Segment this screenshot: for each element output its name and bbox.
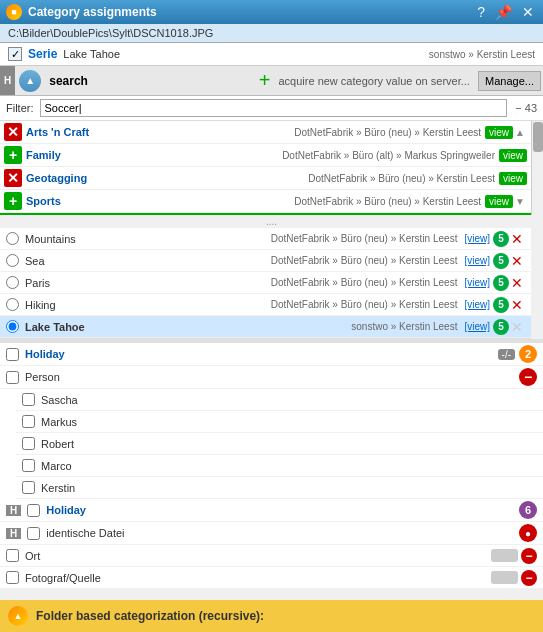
minus-badge-fotograf: − — [521, 570, 537, 586]
view-arts-button[interactable]: view — [485, 126, 513, 139]
radio-paris[interactable] — [6, 276, 19, 289]
pin-button[interactable]: 📌 — [492, 4, 515, 20]
manage-button[interactable]: Manage... — [478, 71, 541, 91]
filter-input[interactable] — [40, 99, 508, 117]
view-laketahoe-link[interactable]: [view] — [464, 321, 490, 332]
minus-badge-ort: − — [521, 548, 537, 564]
cat-name-geotagging: Geotagging — [26, 172, 87, 184]
check-fotograf[interactable] — [6, 571, 19, 584]
check-robert[interactable] — [22, 437, 35, 450]
check-holiday2[interactable] — [27, 504, 40, 517]
view-hiking-link[interactable]: [view] — [464, 299, 490, 310]
cat-path-family: DotNetFabrik » Büro (alt) » Markus Sprin… — [61, 150, 495, 161]
red-badge-identische: ● — [519, 524, 537, 542]
radio-row-hiking: Hiking DotNetFabrik » Büro (neu) » Kerst… — [0, 294, 531, 316]
gray-badge-fotograf — [491, 571, 518, 584]
radio-row-mountains: Mountains DotNetFabrik » Büro (neu) » Ke… — [0, 228, 531, 250]
radio-label-paris: Paris — [25, 277, 271, 289]
check-label-holiday1: Holiday — [25, 348, 498, 360]
view-mountains-link[interactable]: [view] — [464, 233, 490, 244]
check-section: Holiday -/- 2 Person − Sascha Markus Rob… — [0, 343, 543, 589]
num-badge-sea: 5 — [493, 253, 509, 269]
scroll-down-btn[interactable]: ▼ — [513, 196, 527, 207]
radio-sea[interactable] — [6, 254, 19, 267]
radio-row-laketahoe: Lake Tahoe sonstwo » Kerstin Leest [view… — [0, 316, 531, 338]
close-paris-button[interactable]: ✕ — [509, 275, 525, 291]
check-sascha[interactable] — [22, 393, 35, 406]
remove-arts-button[interactable]: ✕ — [4, 123, 22, 141]
path-bar: C:\Bilder\DoublePics\Sylt\DSCN1018.JPG — [0, 24, 543, 43]
add-family-button[interactable]: + — [4, 146, 22, 164]
category-list-area: ✕ Arts 'n Craft DotNetFabrik » Büro (neu… — [0, 121, 543, 215]
check-marco[interactable] — [22, 459, 35, 472]
close-button[interactable]: ✕ — [519, 4, 537, 20]
scroll-up-btn[interactable]: ▲ — [513, 127, 527, 138]
bottom-bar: ▲ Folder based categorization (recursive… — [0, 600, 543, 632]
num-badge-paris: 5 — [493, 275, 509, 291]
serie-label: Serie — [28, 47, 57, 61]
scroll-thumb[interactable] — [533, 122, 543, 152]
check-row-identische: H identische Datei ● — [0, 522, 543, 545]
check-label-fotograf: Fotograf/Quelle — [25, 572, 491, 584]
file-path: C:\Bilder\DoublePics\Sylt\DSCN1018.JPG — [8, 27, 213, 39]
view-sports-button[interactable]: view — [485, 195, 513, 208]
serie-right: sonstwo » Kerstin Leest — [429, 49, 535, 60]
dots-separator: .... — [0, 215, 543, 228]
add-sports-button[interactable]: + — [4, 192, 22, 210]
radio-mountains[interactable] — [6, 232, 19, 245]
radio-label-hiking: Hiking — [25, 299, 271, 311]
acquire-button[interactable]: acquire new category value on server... — [279, 75, 477, 87]
view-family-button[interactable]: view — [499, 149, 527, 162]
dash-badge-holiday1[interactable]: -/- — [498, 349, 515, 360]
num-badge-mountains: 5 — [493, 231, 509, 247]
cat-row-family: + Family DotNetFabrik » Büro (alt) » Mar… — [0, 144, 531, 167]
check-label-sascha: Sascha — [41, 394, 537, 406]
num-badge-hiking: 5 — [493, 297, 509, 313]
check-person[interactable] — [6, 371, 19, 384]
search-bar: H ▲ search + acquire new category value … — [0, 66, 543, 96]
close-mountains-button[interactable]: ✕ — [509, 231, 525, 247]
view-geotagging-button[interactable]: view — [499, 172, 527, 185]
remove-geotagging-button[interactable]: ✕ — [4, 169, 22, 187]
radio-path-hiking: DotNetFabrik » Büro (neu) » Kerstin Lees… — [271, 299, 458, 310]
check-label-markus: Markus — [41, 416, 537, 428]
check-markus[interactable] — [22, 415, 35, 428]
check-label-person: Person — [25, 371, 519, 383]
view-sea-link[interactable]: [view] — [464, 255, 490, 266]
close-sea-button[interactable]: ✕ — [509, 253, 525, 269]
title-bar-left: ■ Category assignments — [6, 4, 157, 20]
plus-button[interactable]: + — [251, 69, 279, 92]
collapse-button[interactable]: ▲ — [19, 70, 41, 92]
check-label-ort: Ort — [25, 550, 491, 562]
cat-row-geotagging: ✕ Geotagging DotNetFabrik » Büro (neu) »… — [0, 167, 531, 190]
check-label-kerstin: Kerstin — [41, 482, 537, 494]
radio-path-laketahoe: sonstwo » Kerstin Leest — [351, 321, 457, 332]
purple-badge-holiday2: 6 — [519, 501, 537, 519]
radio-hiking[interactable] — [6, 298, 19, 311]
check-label-marco: Marco — [41, 460, 537, 472]
search-text: search — [45, 72, 251, 90]
radio-list: Mountains DotNetFabrik » Büro (neu) » Ke… — [0, 228, 531, 339]
radio-row-sea: Sea DotNetFabrik » Büro (neu) » Kerstin … — [0, 250, 531, 272]
check-row-person: Person − — [0, 366, 543, 389]
radio-path-mountains: DotNetFabrik » Büro (neu) » Kerstin Lees… — [271, 233, 458, 244]
check-kerstin[interactable] — [22, 481, 35, 494]
view-paris-link[interactable]: [view] — [464, 277, 490, 288]
check-holiday1[interactable] — [6, 348, 19, 361]
num-badge-holiday1: 2 — [519, 345, 537, 363]
plus-icon: + — [259, 69, 271, 91]
check-row-sascha: Sascha — [16, 389, 543, 411]
check-identische[interactable] — [27, 527, 40, 540]
check-row-marco: Marco — [16, 455, 543, 477]
check-label-identische: identische Datei — [46, 527, 519, 539]
check-row-markus: Markus — [16, 411, 543, 433]
serie-checkbox[interactable]: ✓ — [8, 47, 22, 61]
title-bar-controls: ? 📌 ✕ — [474, 4, 537, 20]
radio-laketahoe[interactable] — [6, 320, 19, 333]
category-scrollbar[interactable] — [531, 121, 543, 215]
check-row-ort: Ort − — [0, 545, 543, 567]
close-laketahoe-button[interactable]: ✕ — [509, 319, 525, 335]
close-hiking-button[interactable]: ✕ — [509, 297, 525, 313]
help-button[interactable]: ? — [474, 4, 488, 20]
check-ort[interactable] — [6, 549, 19, 562]
